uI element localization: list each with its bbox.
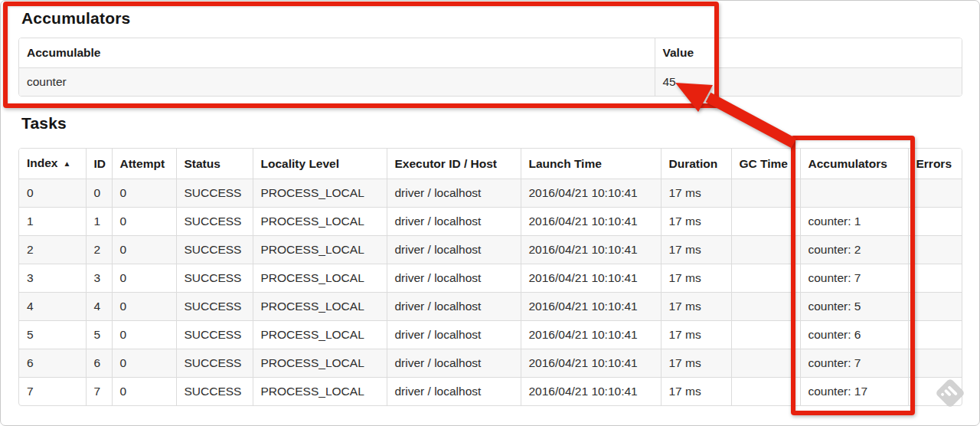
cell-locality-level: PROCESS_LOCAL [253, 349, 387, 378]
cell-status: SUCCESS [176, 378, 253, 406]
cell-status: SUCCESS [176, 208, 253, 236]
cell-id: 4 [86, 293, 112, 321]
cell-errors [908, 293, 962, 321]
cell-status: SUCCESS [176, 349, 253, 378]
cell-errors [908, 236, 962, 264]
cell-accumulators: counter: 7 [800, 264, 908, 293]
cell-accumulators: counter: 17 [800, 378, 908, 406]
cell-accumulators: counter: 7 [800, 349, 908, 378]
cell-index: 5 [19, 321, 86, 349]
cell-attempt: 0 [112, 264, 176, 293]
cell-accumulators: counter: 5 [800, 293, 908, 321]
table-row: 220SUCCESSPROCESS_LOCALdriver / localhos… [19, 236, 962, 264]
cell-gc-time [731, 208, 800, 236]
header-cell-attempt[interactable]: Attempt [112, 149, 176, 179]
cell-status: SUCCESS [176, 264, 253, 293]
cell-id: 2 [86, 236, 112, 264]
tasks-header-row: Index▲IDAttemptStatusLocality LevelExecu… [19, 149, 962, 179]
cell-id: 1 [86, 208, 112, 236]
cell-gc-time [731, 236, 800, 264]
cell-launch-time: 2016/04/21 10:10:41 [521, 349, 661, 378]
table-row: 440SUCCESSPROCESS_LOCALdriver / localhos… [19, 293, 962, 321]
tasks-table: Index▲IDAttemptStatusLocality LevelExecu… [18, 148, 962, 406]
cell-executor-id-host: driver / localhost [387, 293, 521, 321]
cell-duration: 17 ms [661, 236, 731, 264]
tasks-section-heading: Tasks [21, 114, 67, 133]
cell-index: 6 [19, 349, 86, 378]
cell-executor-id-host: driver / localhost [387, 378, 521, 406]
cell-index: 3 [19, 264, 86, 293]
table-row: 550SUCCESSPROCESS_LOCALdriver / localhos… [19, 321, 962, 349]
header-cell-accumulators[interactable]: Accumulators [800, 149, 908, 179]
cell-attempt: 0 [112, 293, 176, 321]
cell-attempt: 0 [112, 208, 176, 236]
cell-attempt: 0 [112, 349, 176, 378]
cell-locality-level: PROCESS_LOCAL [253, 321, 387, 349]
cell-id: 5 [86, 321, 112, 349]
cell-attempt: 0 [112, 179, 176, 208]
cell-accumulators: counter: 2 [800, 236, 908, 264]
header-cell-index[interactable]: Index▲ [19, 149, 86, 179]
cell-attempt: 0 [112, 378, 176, 406]
cell-locality-level: PROCESS_LOCAL [253, 264, 387, 293]
cell-gc-time [731, 321, 800, 349]
header-cell-gc-time[interactable]: GC Time [731, 149, 800, 179]
cell-index: 4 [19, 293, 86, 321]
cell-errors [908, 264, 962, 293]
cell-errors [908, 349, 962, 378]
header-cell-id[interactable]: ID [86, 149, 112, 179]
cell-launch-time: 2016/04/21 10:10:41 [521, 321, 661, 349]
cell-launch-time: 2016/04/21 10:10:41 [521, 236, 661, 264]
header-cell-status[interactable]: Status [176, 149, 253, 179]
table-row: 330SUCCESSPROCESS_LOCALdriver / localhos… [19, 264, 962, 293]
cell-launch-time: 2016/04/21 10:10:41 [521, 179, 661, 208]
cell-duration: 17 ms [661, 179, 731, 208]
cell-status: SUCCESS [176, 179, 253, 208]
table-row: 110SUCCESSPROCESS_LOCALdriver / localhos… [19, 208, 962, 236]
header-cell-launch-time[interactable]: Launch Time [521, 149, 661, 179]
cell-duration: 17 ms [661, 293, 731, 321]
table-row: 660SUCCESSPROCESS_LOCALdriver / localhos… [19, 349, 962, 378]
cell-gc-time [731, 378, 800, 406]
header-cell-accumulable[interactable]: Accumulable [19, 38, 655, 68]
header-cell-locality-level[interactable]: Locality Level [253, 149, 387, 179]
cell-locality-level: PROCESS_LOCAL [253, 236, 387, 264]
cell-gc-time [731, 179, 800, 208]
cell-index: 1 [19, 208, 86, 236]
cell-accumulable: counter [19, 68, 655, 97]
cell-id: 0 [86, 179, 112, 208]
cell-id: 7 [86, 378, 112, 406]
cell-locality-level: PROCESS_LOCAL [253, 208, 387, 236]
cell-duration: 17 ms [661, 349, 731, 378]
accumulators-header-row: AccumulableValue [19, 38, 962, 68]
cell-duration: 17 ms [661, 321, 731, 349]
cell-value: 45 [655, 68, 962, 97]
cell-errors [908, 321, 962, 349]
cell-launch-time: 2016/04/21 10:10:41 [521, 293, 661, 321]
cell-launch-time: 2016/04/21 10:10:41 [521, 208, 661, 236]
sort-ascending-icon: ▲ [63, 159, 70, 168]
header-cell-errors[interactable]: Errors [908, 149, 962, 179]
cell-executor-id-host: driver / localhost [387, 236, 521, 264]
cell-accumulators [800, 179, 908, 208]
cell-id: 3 [86, 264, 112, 293]
cell-duration: 17 ms [661, 378, 731, 406]
cell-index: 0 [19, 179, 86, 208]
cell-errors [908, 208, 962, 236]
cell-accumulators: counter: 1 [800, 208, 908, 236]
cell-locality-level: PROCESS_LOCAL [253, 293, 387, 321]
cell-attempt: 0 [112, 236, 176, 264]
table-row: 000SUCCESSPROCESS_LOCALdriver / localhos… [19, 179, 962, 208]
header-cell-value[interactable]: Value [655, 38, 962, 68]
cell-executor-id-host: driver / localhost [387, 208, 521, 236]
cell-status: SUCCESS [176, 236, 253, 264]
header-cell-duration[interactable]: Duration [661, 149, 731, 179]
cell-locality-level: PROCESS_LOCAL [253, 179, 387, 208]
cell-accumulators: counter: 6 [800, 321, 908, 349]
cell-executor-id-host: driver / localhost [387, 264, 521, 293]
accumulators-table: AccumulableValue counter45 [18, 38, 962, 97]
header-cell-executor-id-host[interactable]: Executor ID / Host [387, 149, 521, 179]
cell-id: 6 [86, 349, 112, 378]
cell-duration: 17 ms [661, 208, 731, 236]
cell-executor-id-host: driver / localhost [387, 321, 521, 349]
